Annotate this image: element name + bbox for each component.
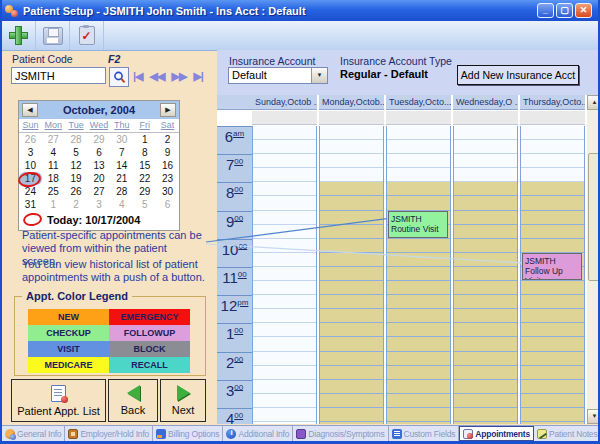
add-new-insurance-button[interactable]: Add New Insurance Acct bbox=[457, 65, 579, 85]
time-slot[interactable] bbox=[320, 422, 383, 424]
time-slot[interactable] bbox=[253, 309, 316, 323]
time-slot[interactable] bbox=[253, 126, 316, 140]
time-slot[interactable] bbox=[253, 196, 316, 210]
calendar-day[interactable]: 4 bbox=[110, 198, 133, 211]
time-slot[interactable] bbox=[521, 126, 584, 140]
time-slot[interactable] bbox=[320, 366, 383, 380]
calendar-day[interactable]: 24 bbox=[19, 185, 42, 198]
time-slot[interactable] bbox=[454, 337, 517, 351]
tab-general-info[interactable]: General Info bbox=[2, 426, 65, 441]
tab-appointments[interactable]: Appointments bbox=[459, 426, 534, 441]
patient-code-input[interactable] bbox=[11, 67, 106, 84]
all-day-cell[interactable] bbox=[520, 111, 585, 125]
appointment-block[interactable]: JSMITHFollow Up Visit bbox=[522, 253, 582, 280]
calendar-prev-month-button[interactable]: ◀ bbox=[22, 103, 38, 117]
calendar-day[interactable]: 4 bbox=[42, 146, 65, 159]
time-slot[interactable] bbox=[387, 168, 450, 182]
calendar-day[interactable]: 3 bbox=[88, 198, 111, 211]
time-slot[interactable] bbox=[387, 309, 450, 323]
tab-employer-hold-info[interactable]: Employer/Hold Info bbox=[65, 426, 153, 441]
time-slot[interactable] bbox=[253, 422, 316, 424]
calendar-day[interactable]: 27 bbox=[42, 133, 65, 146]
calendar-day[interactable]: 6 bbox=[88, 146, 111, 159]
time-slot[interactable] bbox=[454, 352, 517, 366]
maximize-button[interactable]: ▢ bbox=[556, 3, 573, 18]
calendar-day[interactable]: 19 bbox=[65, 172, 88, 185]
time-slot[interactable] bbox=[521, 352, 584, 366]
time-slot[interactable] bbox=[320, 408, 383, 422]
time-slot[interactable] bbox=[387, 422, 450, 424]
time-slot[interactable] bbox=[253, 140, 316, 154]
calendar-day[interactable]: 1 bbox=[133, 133, 156, 146]
time-slot[interactable] bbox=[521, 225, 584, 239]
time-slot[interactable] bbox=[454, 366, 517, 380]
time-slot[interactable] bbox=[253, 267, 316, 281]
calendar-day[interactable]: 2 bbox=[156, 133, 179, 146]
calendar-day[interactable]: 21 bbox=[110, 172, 133, 185]
time-slot[interactable] bbox=[454, 408, 517, 422]
time-slot[interactable] bbox=[320, 394, 383, 408]
time-slot[interactable] bbox=[454, 295, 517, 309]
time-slot[interactable] bbox=[320, 281, 383, 295]
time-slot[interactable] bbox=[387, 253, 450, 267]
prev-record-button[interactable]: ◀◀ bbox=[150, 70, 165, 83]
calendar-day[interactable]: 8 bbox=[133, 146, 156, 159]
time-slot[interactable] bbox=[521, 295, 584, 309]
all-day-cell[interactable] bbox=[319, 111, 384, 125]
calendar-day[interactable]: 11 bbox=[42, 159, 65, 172]
time-slot[interactable] bbox=[387, 366, 450, 380]
time-slot[interactable] bbox=[387, 281, 450, 295]
time-slot[interactable] bbox=[521, 211, 584, 225]
time-slot[interactable] bbox=[253, 366, 316, 380]
calendar-day[interactable]: 29 bbox=[88, 133, 111, 146]
save-button[interactable] bbox=[36, 21, 70, 50]
time-slot[interactable] bbox=[320, 126, 383, 140]
time-slot[interactable] bbox=[454, 168, 517, 182]
time-slot[interactable] bbox=[320, 196, 383, 210]
time-slot[interactable] bbox=[253, 352, 316, 366]
minimize-button[interactable]: _ bbox=[537, 3, 554, 18]
calendar-day[interactable]: 16 bbox=[156, 159, 179, 172]
all-day-cell[interactable] bbox=[386, 111, 451, 125]
time-slot[interactable] bbox=[253, 239, 316, 253]
time-slot[interactable] bbox=[521, 380, 584, 394]
tab-patient-notes[interactable]: Patient Notes bbox=[534, 426, 600, 441]
calendar-day[interactable]: 28 bbox=[110, 185, 133, 198]
time-slot[interactable] bbox=[454, 225, 517, 239]
next-record-button[interactable]: ▶▶ bbox=[171, 70, 186, 83]
time-slot[interactable] bbox=[454, 267, 517, 281]
time-slot[interactable] bbox=[387, 154, 450, 168]
last-record-button[interactable]: ▶| bbox=[193, 70, 203, 83]
calendar-day[interactable]: 27 bbox=[88, 185, 111, 198]
scroll-up-icon[interactable]: ▲ bbox=[587, 95, 600, 110]
calendar-day[interactable]: 20 bbox=[88, 172, 111, 185]
time-slot[interactable] bbox=[253, 323, 316, 337]
calendar-day[interactable]: 13 bbox=[88, 159, 111, 172]
time-slot[interactable] bbox=[454, 140, 517, 154]
time-slot[interactable] bbox=[320, 140, 383, 154]
next-button[interactable]: Next bbox=[160, 379, 206, 422]
time-slot[interactable] bbox=[387, 126, 450, 140]
time-slot[interactable] bbox=[521, 366, 584, 380]
calendar-day[interactable]: 2 bbox=[65, 198, 88, 211]
time-slot[interactable] bbox=[387, 408, 450, 422]
calendar-day[interactable]: 12 bbox=[65, 159, 88, 172]
time-slot[interactable] bbox=[521, 182, 584, 196]
time-slot[interactable] bbox=[253, 253, 316, 267]
insurance-account-dropdown[interactable]: Default ▼ bbox=[228, 67, 328, 84]
tab-billing-options[interactable]: Billing Options bbox=[153, 426, 223, 441]
time-slot[interactable] bbox=[387, 295, 450, 309]
time-slot[interactable] bbox=[387, 140, 450, 154]
scroll-down-icon[interactable]: ▼ bbox=[587, 409, 600, 424]
time-slot[interactable] bbox=[253, 182, 316, 196]
time-slot[interactable] bbox=[521, 337, 584, 351]
scrollbar-thumb[interactable] bbox=[588, 153, 600, 281]
time-slot[interactable] bbox=[320, 295, 383, 309]
time-slot[interactable] bbox=[253, 154, 316, 168]
time-slot[interactable] bbox=[521, 394, 584, 408]
tab-custom-fields[interactable]: Custom Fields bbox=[389, 426, 460, 441]
calendar-day[interactable]: 1 bbox=[42, 198, 65, 211]
time-slot[interactable] bbox=[320, 253, 383, 267]
time-slot[interactable] bbox=[320, 380, 383, 394]
appointment-block[interactable]: JSMITHRoutine Visit bbox=[388, 211, 448, 238]
